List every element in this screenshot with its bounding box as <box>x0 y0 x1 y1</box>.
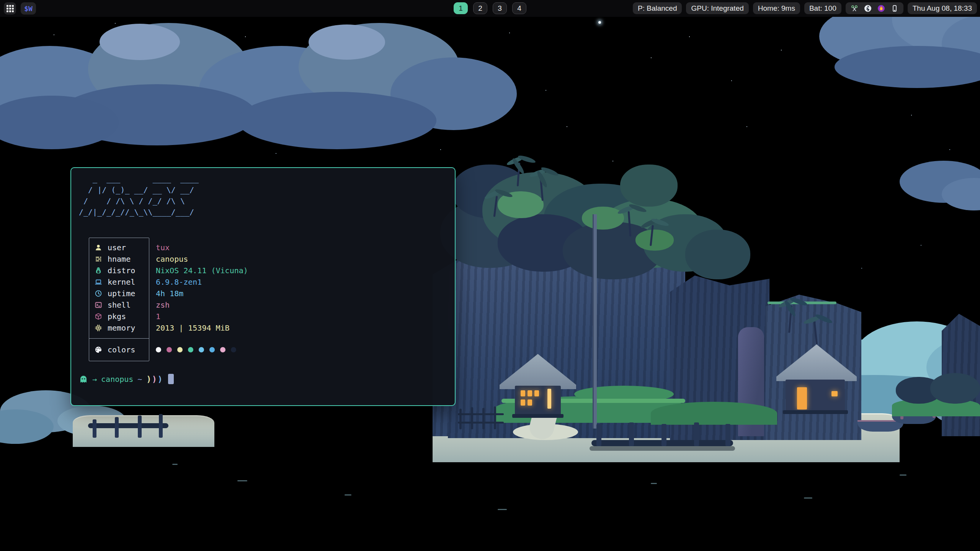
prompt-chevrons: ) ) ) <box>146 375 162 384</box>
info-row: uptime <box>89 288 149 299</box>
prompt-arrow: → <box>92 375 97 384</box>
color-swatch <box>231 347 236 352</box>
info-row: distro <box>89 265 149 276</box>
info-label: user <box>108 243 126 252</box>
info-row: memory <box>89 322 149 334</box>
user-icon <box>95 243 105 252</box>
prompt-cwd: ~ <box>137 375 142 384</box>
chevron: ) <box>158 375 163 384</box>
colors-row: colors <box>89 344 149 355</box>
bar-right-group: P: Balanced GPU: Integrated Home: 9ms Ba… <box>633 2 977 14</box>
special-workspace-button[interactable]: $W <box>21 2 36 15</box>
terminal-color-swatches <box>156 344 248 355</box>
info-row: user <box>89 242 149 253</box>
color-swatch <box>199 347 204 352</box>
shell-terminal-icon <box>95 301 105 309</box>
nixos-ascii-logo: _ ___ ____ ____ / |/ (_)_ __/ __ \/ __/ … <box>79 173 199 218</box>
workspace-button-4[interactable]: 4 <box>512 2 526 14</box>
bright-star <box>598 21 601 24</box>
info-row: pkgs <box>89 311 149 322</box>
workspace-button-3[interactable]: 3 <box>493 2 507 14</box>
clock-widget[interactable]: Thu Aug 08, 18:33 <box>908 2 977 14</box>
battery-widget[interactable]: Bat: 100 <box>804 2 841 14</box>
color-swatch <box>156 347 161 352</box>
workspace-button-1[interactable]: 1 <box>454 2 468 14</box>
desktop: _ ___ ____ ____ / |/ (_)_ __/ __ \/ __/ … <box>0 0 980 551</box>
memory-chip-icon <box>95 324 105 332</box>
app-grid-icon <box>7 5 14 12</box>
info-value: 6.9.8-zen1 <box>156 276 248 288</box>
workspace-button-2[interactable]: 2 <box>473 2 487 14</box>
color-swatch <box>177 347 183 352</box>
info-row: kernel <box>89 276 149 288</box>
info-label: shell <box>108 300 131 310</box>
info-label: hname <box>108 254 131 264</box>
package-icon <box>95 312 105 321</box>
penguin-icon <box>95 266 105 275</box>
special-workspace-label: $W <box>24 5 33 13</box>
laptop-icon <box>95 278 105 286</box>
info-value: 1 <box>156 311 248 322</box>
shell-prompt[interactable]: → canopus ~ ) ) ) <box>79 374 174 384</box>
color-swatch <box>209 347 215 352</box>
palette-icon <box>95 346 105 354</box>
info-label: pkgs <box>108 312 126 321</box>
text-cursor[interactable] <box>168 374 174 384</box>
info-row: shell <box>89 299 149 311</box>
info-value: canopus <box>156 253 248 265</box>
color-swatch <box>220 347 225 352</box>
gpu-widget[interactable]: GPU: Integrated <box>686 2 748 14</box>
info-row: hname <box>89 253 149 265</box>
phone-icon[interactable] <box>891 5 898 12</box>
home-ping-widget[interactable]: Home: 9ms <box>753 2 800 14</box>
fastfetch-label-box: user hname distro kernel <box>89 238 149 361</box>
info-value: 2013 | 15394 MiB <box>156 322 248 334</box>
chevron: ) <box>146 375 151 384</box>
colors-label: colors <box>108 345 135 354</box>
info-value: tux <box>156 242 248 253</box>
power-profile-widget[interactable]: P: Balanced <box>633 2 682 14</box>
system-tray <box>846 2 903 14</box>
info-label: uptime <box>108 289 135 298</box>
workspace-switcher: 1 2 3 4 <box>454 2 526 14</box>
color-swatch <box>188 347 193 352</box>
fastfetch-table: user hname distro kernel <box>89 238 248 361</box>
clock-icon <box>95 289 105 298</box>
prompt-host: canopus <box>101 375 133 384</box>
info-label: memory <box>108 323 135 333</box>
chevron: ) <box>152 375 157 384</box>
flame-icon[interactable] <box>877 5 885 12</box>
scissors-icon[interactable] <box>851 5 858 12</box>
ghost-icon <box>79 375 88 384</box>
fastfetch-values: tux canopus NixOS 24.11 (Vicuna) 6.9.8-z… <box>156 238 248 361</box>
app-launcher-button[interactable] <box>4 2 16 15</box>
info-value: NixOS 24.11 (Vicuna) <box>156 265 248 276</box>
info-value: zsh <box>156 299 248 311</box>
dock-beam <box>88 423 168 428</box>
info-label: distro <box>108 266 135 275</box>
info-value: 4h 18m <box>156 288 248 299</box>
tall-mast <box>593 214 597 429</box>
bar-left-group: $W <box>4 2 36 15</box>
color-swatch <box>167 347 172 352</box>
info-label: kernel <box>108 277 135 287</box>
status-bar: $W 1 2 3 4 P: Balanced GPU: Integrated H… <box>0 0 980 17</box>
terminal-window[interactable]: _ ___ ____ ____ / |/ (_)_ __/ __ \/ __/ … <box>70 167 456 406</box>
bluetooth-icon[interactable] <box>864 5 872 12</box>
host-list-icon <box>95 255 105 263</box>
